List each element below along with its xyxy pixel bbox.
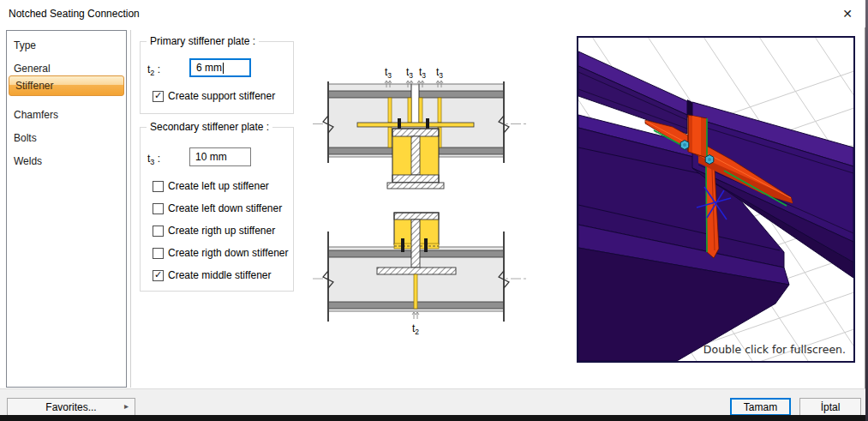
svg-text:t3: t3 — [406, 66, 413, 80]
sidebar-item-stiffener[interactable]: Stiffener — [9, 75, 124, 96]
checkbox-box[interactable] — [153, 226, 164, 237]
close-icon[interactable]: ✕ — [835, 3, 860, 25]
sidebar-item-type[interactable]: Type — [8, 36, 125, 55]
t2-label: t2 : — [147, 63, 160, 77]
stiffener-vertical-plate — [688, 115, 707, 158]
checkbox-label: Create left up stiffener — [168, 180, 269, 192]
fullscreen-hint: Double click for fullscreen. — [703, 343, 846, 356]
bolt-mark — [424, 238, 428, 252]
primary-stiffener-strip — [414, 274, 417, 309]
checkbox-box[interactable] — [153, 248, 164, 259]
bolt-mark — [401, 238, 404, 252]
checkbox-box[interactable]: ✓ — [153, 91, 164, 102]
checkbox-label: Create middle stiffener — [168, 269, 272, 281]
titlebar: Notched Seating Connection ✕ — [0, 0, 865, 27]
footer-bar: Favorites... ▸ Tamam İptal — [0, 388, 865, 415]
sidebar: Type General Stiffener Chamfers Bolts We… — [6, 30, 127, 388]
t3-input[interactable]: 10 mm — [189, 147, 251, 166]
primary-stiffener-group: Primary stiffener plate : t2 : 6 mm ✓ Cr… — [140, 41, 294, 114]
sidebar-item-chamfers[interactable]: Chamfers — [8, 105, 125, 124]
secondary-group-title: Secondary stiffener plate : — [147, 121, 272, 133]
bolt-mark — [398, 118, 401, 129]
ok-button[interactable]: Tamam — [730, 398, 791, 416]
checkbox-create-middle-stiffener[interactable]: ✓ Create middle stiffener — [153, 269, 272, 281]
chevron-right-icon: ▸ — [124, 401, 129, 411]
checkbox-label: Create support stiffener — [168, 90, 275, 102]
checkbox-create-left-up-stiffener[interactable]: Create left up stiffener — [153, 180, 269, 192]
check-icon: ✓ — [154, 270, 162, 280]
checkbox-create-rigth-down-stiffener[interactable]: Create rigth down stiffener — [153, 247, 289, 259]
dialog-title: Notched Seating Connection — [9, 8, 140, 20]
secondary-stiffener-group: Secondary stiffener plate : t3 : 10 mm C… — [140, 127, 294, 292]
preview-3d-viewport[interactable]: Double click for fullscreen. — [577, 36, 855, 363]
t2-dimension-label: t2 — [412, 312, 419, 336]
panel-divider — [130, 30, 131, 388]
stiffener-diagram: t3 t3 t3 t3 — [311, 50, 532, 345]
primary-group-title: Primary stiffener plate : — [147, 35, 259, 47]
notched-seating-connection-dialog: Notched Seating Connection ✕ Type Genera… — [0, 0, 865, 421]
favorites-button[interactable]: Favorites... ▸ — [7, 398, 135, 416]
checkbox-label: Create rigth up stiffener — [168, 225, 275, 237]
checkbox-box[interactable]: ✓ — [153, 270, 164, 281]
checkbox-box[interactable] — [153, 203, 164, 214]
t3-label: t3 : — [147, 153, 160, 166]
svg-text:t3: t3 — [419, 66, 426, 80]
preview-3d-scene: Double click for fullscreen. — [578, 38, 853, 361]
checkbox-label: Create left down stiffener — [168, 202, 282, 214]
background-app-bottom — [0, 415, 865, 421]
sidebar-item-welds[interactable]: Welds — [8, 152, 125, 171]
favorites-label: Favorites... — [45, 401, 96, 413]
svg-text:t2: t2 — [412, 322, 419, 336]
checkbox-create-rigth-up-stiffener[interactable]: Create rigth up stiffener — [153, 225, 275, 237]
checkbox-label: Create rigth down stiffener — [168, 247, 289, 259]
dialog-stage: Notched Seating Connection ✕ Type Genera… — [0, 0, 868, 421]
checkbox-create-left-down-stiffener[interactable]: Create left down stiffener — [153, 202, 282, 214]
bolt-icon — [680, 141, 689, 150]
check-icon: ✓ — [154, 91, 162, 100]
bolt-icon — [705, 155, 714, 165]
text-caret — [223, 63, 224, 74]
upper-section-view: t3 t3 t3 t3 — [313, 66, 527, 189]
checkbox-box[interactable] — [153, 181, 164, 192]
bolt-mark — [426, 118, 429, 129]
sidebar-item-bolts[interactable]: Bolts — [8, 129, 125, 147]
checkbox-create-support-stiffener[interactable]: ✓ Create support stiffener — [153, 90, 275, 102]
cancel-button[interactable]: İptal — [799, 398, 861, 416]
seat-plate — [357, 123, 474, 127]
t2-input[interactable]: 6 mm — [189, 58, 251, 77]
secondary-beam-section — [387, 129, 444, 189]
lower-section-view: t2 — [313, 213, 527, 336]
svg-text:t3: t3 — [385, 66, 392, 80]
svg-text:t3: t3 — [436, 66, 443, 80]
